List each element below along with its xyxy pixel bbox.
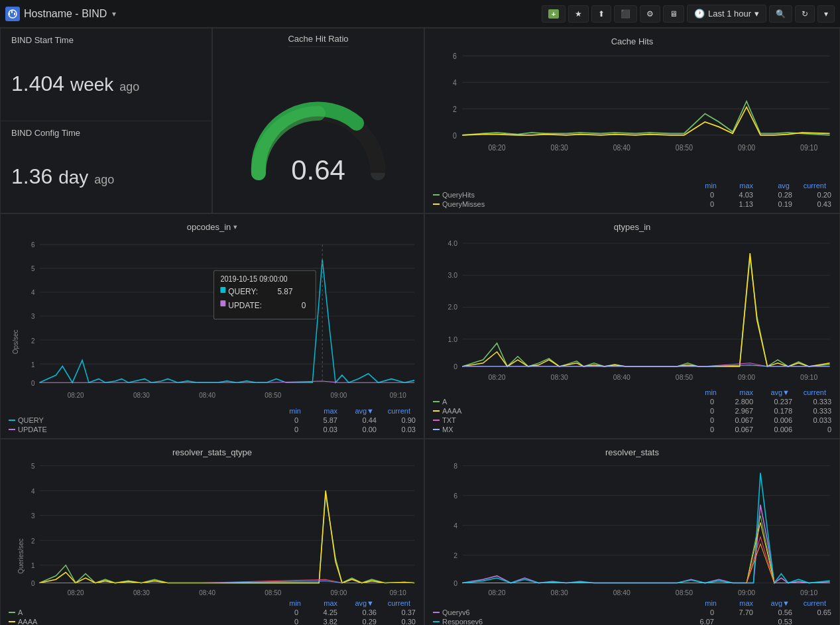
resolver-qtype-panel[interactable]: resolver_stats_qtype Queries/sec 5 4 3 2… <box>0 439 424 625</box>
svg-text:3: 3 <box>31 312 35 321</box>
svg-text:0: 0 <box>453 579 457 587</box>
share-button[interactable]: ⬆ <box>591 5 611 23</box>
opcodes-dropdown-icon[interactable]: ▾ <box>233 223 237 231</box>
search-button[interactable]: 🔍 <box>769 5 792 23</box>
svg-text:09:00: 09:00 <box>738 589 755 597</box>
svg-text:2: 2 <box>453 105 457 113</box>
svg-text:09:00: 09:00 <box>738 374 755 381</box>
svg-text:+: + <box>552 10 556 18</box>
svg-rect-44 <box>220 287 225 293</box>
qtypes-legend-MX: MX 0 0.067 0.006 0 <box>433 425 831 434</box>
settings-button[interactable]: ⚙ <box>640 5 660 23</box>
cache-hits-title: Cache Hits <box>611 36 654 46</box>
legend-header: min max avg current <box>433 181 831 190</box>
time-range-button[interactable]: 🕐 Last 1 hour ▾ <box>687 5 766 23</box>
svg-text:08:50: 08:50 <box>676 589 693 597</box>
topnav-actions: + ★ ⬆ ⬛ ⚙ 🖥 🕐 Last 1 hour ▾ 🔍 ↻ ▾ <box>542 5 835 23</box>
svg-text:5: 5 <box>31 463 35 470</box>
svg-text:09:00: 09:00 <box>331 390 347 399</box>
svg-text:08:50: 08:50 <box>265 589 281 596</box>
svg-text:08:30: 08:30 <box>551 589 568 597</box>
svg-text:08:50: 08:50 <box>676 374 693 381</box>
svg-text:08:30: 08:30 <box>551 144 568 152</box>
svg-text:08:20: 08:20 <box>488 589 505 597</box>
opcodes-title: opcodes_in <box>187 222 231 232</box>
resolver-stats-panel[interactable]: resolver_stats 8 6 4 2 0 08:20 08:30 08:… <box>424 439 840 625</box>
bind-start-title: BIND Start Time <box>11 35 201 45</box>
svg-text:8: 8 <box>453 462 457 470</box>
svg-text:08:50: 08:50 <box>676 144 693 152</box>
queryhits-color <box>433 194 440 196</box>
resolver-qtype-title: resolver_stats_qtype <box>172 447 252 457</box>
svg-text:4: 4 <box>31 288 35 297</box>
svg-text:4: 4 <box>31 487 35 494</box>
svg-text:4: 4 <box>453 78 457 87</box>
dashboard: BIND Start Time 1.404 week ago BIND Conf… <box>0 28 840 625</box>
res-stats-legend-responsev6: Responsev6 6.07 0.53 <box>433 617 831 625</box>
res-qtype-legend-A: A 0 4.25 0.36 0.37 <box>9 608 416 617</box>
library-button[interactable]: ⬛ <box>614 5 637 23</box>
gauge-chart: 0.64 <box>245 87 391 186</box>
resolver-stats-chart: 8 6 4 2 0 08:20 08:30 08:40 08:50 09:00 … <box>428 459 837 597</box>
svg-text:6: 6 <box>453 52 457 61</box>
qtypes-legend: min max avg▼ current A 0 2.800 0.237 0.3… <box>428 386 837 435</box>
cache-hits-panel[interactable]: Cache Hits 6 4 2 0 08:20 08:30 08:40 08:… <box>424 28 840 213</box>
opcodes-legend: min max avg▼ current QUERY 0 5.87 0.44 0… <box>3 405 421 435</box>
svg-text:08:20: 08:20 <box>68 390 84 399</box>
svg-text:2: 2 <box>31 537 35 544</box>
qtypes-chart: 4.0 3.0 2.0 1.0 0 08:20 08:30 08:40 08:5… <box>428 233 837 386</box>
svg-text:3.0: 3.0 <box>448 272 457 279</box>
resolver-stats-title: resolver_stats <box>605 447 659 457</box>
svg-text:09:10: 09:10 <box>390 589 406 596</box>
resolver-qtype-chart: 5 4 3 2 1 0 08:20 08:30 08:40 08:50 09:0… <box>3 459 421 597</box>
svg-text:0: 0 <box>302 300 306 310</box>
qtypes-legend-AAAA: AAAA 0 2.967 0.178 0.333 <box>433 406 831 416</box>
svg-text:2.0: 2.0 <box>448 304 457 312</box>
svg-text:0: 0 <box>453 363 457 370</box>
svg-text:2019-10-15 09:00:00: 2019-10-15 09:00:00 <box>220 274 288 284</box>
svg-rect-2 <box>11 11 13 13</box>
svg-text:3: 3 <box>31 512 35 520</box>
star-button[interactable]: ★ <box>568 5 589 23</box>
legend-row-querymisses: QueryMisses 0 1.13 0.19 0.43 <box>433 199 831 209</box>
svg-rect-47 <box>220 300 225 306</box>
svg-text:4: 4 <box>453 522 457 530</box>
qtypes-panel[interactable]: qtypes_in 4.0 3.0 2.0 1.0 0 08:20 08:30 … <box>424 213 840 439</box>
time-range-label: Last 1 hour <box>708 9 751 19</box>
time-range-dropdown-icon: ▾ <box>754 9 759 19</box>
opcodes-panel[interactable]: opcodes_in ▾ Ops/sec 6 5 4 3 2 1 <box>0 213 424 439</box>
display-button[interactable]: 🖥 <box>663 5 684 23</box>
svg-text:08:40: 08:40 <box>613 374 630 381</box>
svg-text:08:20: 08:20 <box>68 589 84 596</box>
svg-text:09:00: 09:00 <box>331 589 347 596</box>
legend-row-query: QUERY 0 5.87 0.44 0.90 <box>9 416 416 425</box>
svg-text:QUERY:: QUERY: <box>228 286 258 297</box>
svg-text:6: 6 <box>31 241 35 249</box>
refresh-button[interactable]: ↻ <box>795 5 815 23</box>
opcodes-chart: 6 5 4 3 2 1 0 08:20 08:30 08:40 08:50 09… <box>3 233 421 405</box>
resolver-qtype-legend: min max avg▼ current A 0 4.25 0.36 0.37 … <box>3 597 421 625</box>
queryhits-label: QueryHits <box>442 191 675 199</box>
bind-start-panel: BIND Start Time 1.404 week ago <box>1 28 211 121</box>
dashboard-title[interactable]: Hostname - BIND <box>24 8 107 20</box>
qtypes-legend-TXT: TXT 0 0.067 0.006 0.033 <box>433 416 831 425</box>
svg-text:08:40: 08:40 <box>613 144 630 152</box>
svg-text:09:10: 09:10 <box>800 589 817 597</box>
qtypes-legend-A: A 0 2.800 0.237 0.333 <box>433 397 831 406</box>
bind-config-panel: BIND Config Time 1.36 day ago <box>1 121 211 213</box>
update-label: UPDATE <box>18 426 259 433</box>
bind-config-value: 1.36 day ago <box>11 164 114 189</box>
title-dropdown-icon[interactable]: ▾ <box>112 9 116 19</box>
querymisses-color <box>433 203 440 205</box>
more-button[interactable]: ▾ <box>817 5 835 23</box>
grafana-icon <box>5 7 20 21</box>
svg-rect-3 <box>14 13 15 15</box>
svg-text:09:10: 09:10 <box>390 390 406 399</box>
legend-row-update: UPDATE 0 0.03 0.00 0.03 <box>9 425 416 434</box>
svg-text:08:30: 08:30 <box>551 374 568 381</box>
svg-text:08:20: 08:20 <box>488 144 505 152</box>
svg-text:09:10: 09:10 <box>800 144 817 152</box>
add-panel-button[interactable]: + <box>542 5 566 23</box>
svg-text:1: 1 <box>31 360 35 369</box>
querymisses-label: QueryMisses <box>442 200 675 208</box>
